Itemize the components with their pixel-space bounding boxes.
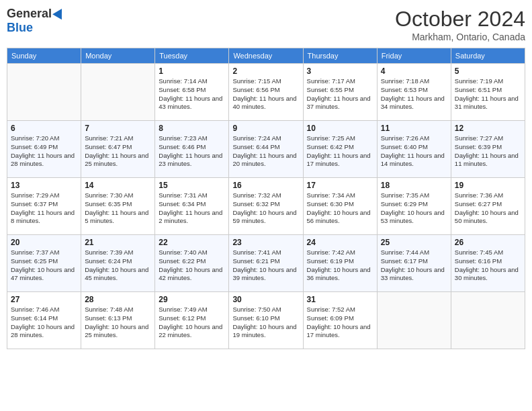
table-row	[377, 292, 451, 349]
day-number: 31	[307, 295, 373, 304]
table-row: 4Sunrise: 7:18 AM Sunset: 6:53 PM Daylig…	[377, 64, 451, 121]
day-number: 21	[85, 238, 151, 247]
table-row: 31Sunrise: 7:52 AM Sunset: 6:09 PM Dayli…	[303, 292, 377, 349]
day-number: 27	[11, 295, 77, 304]
table-row: 29Sunrise: 7:49 AM Sunset: 6:12 PM Dayli…	[155, 292, 229, 349]
col-thursday: Thursday	[303, 48, 377, 64]
calendar-table: Sunday Monday Tuesday Wednesday Thursday…	[7, 48, 525, 349]
table-row: 30Sunrise: 7:50 AM Sunset: 6:10 PM Dayli…	[229, 292, 303, 349]
day-number: 11	[381, 124, 447, 133]
day-number: 8	[159, 124, 225, 133]
table-row: 19Sunrise: 7:36 AM Sunset: 6:27 PM Dayli…	[451, 178, 525, 235]
day-info: Sunrise: 7:48 AM Sunset: 6:13 PM Dayligh…	[85, 306, 151, 340]
col-saturday: Saturday	[451, 48, 525, 64]
day-number: 2	[232, 66, 299, 76]
day-number: 23	[232, 238, 299, 247]
day-info: Sunrise: 7:18 AM Sunset: 6:53 PM Dayligh…	[381, 77, 447, 111]
day-number: 26	[455, 238, 521, 247]
day-info: Sunrise: 7:40 AM Sunset: 6:22 PM Dayligh…	[159, 248, 225, 283]
table-row: 5Sunrise: 7:19 AM Sunset: 6:51 PM Daylig…	[451, 64, 525, 121]
table-row: 10Sunrise: 7:25 AM Sunset: 6:42 PM Dayli…	[303, 121, 377, 178]
day-number: 30	[232, 295, 299, 304]
table-row: 14Sunrise: 7:30 AM Sunset: 6:35 PM Dayli…	[81, 178, 155, 235]
col-tuesday: Tuesday	[155, 48, 229, 64]
day-number: 12	[455, 124, 521, 133]
day-number: 24	[307, 238, 373, 247]
day-info: Sunrise: 7:24 AM Sunset: 6:44 PM Dayligh…	[232, 134, 299, 169]
day-number: 17	[307, 181, 373, 190]
day-info: Sunrise: 7:46 AM Sunset: 6:14 PM Dayligh…	[11, 306, 77, 340]
table-row: 17Sunrise: 7:34 AM Sunset: 6:30 PM Dayli…	[303, 178, 377, 235]
table-row: 11Sunrise: 7:26 AM Sunset: 6:40 PM Dayli…	[377, 121, 451, 178]
day-number: 4	[381, 66, 447, 76]
calendar-week-1: 1Sunrise: 7:14 AM Sunset: 6:58 PM Daylig…	[7, 64, 525, 121]
col-sunday: Sunday	[7, 48, 81, 64]
location: Markham, Ontario, Canada	[395, 32, 525, 42]
day-info: Sunrise: 7:29 AM Sunset: 6:37 PM Dayligh…	[11, 191, 77, 226]
table-row: 9Sunrise: 7:24 AM Sunset: 6:44 PM Daylig…	[229, 121, 303, 178]
day-number: 7	[85, 124, 151, 133]
day-info: Sunrise: 7:25 AM Sunset: 6:42 PM Dayligh…	[307, 134, 373, 169]
day-info: Sunrise: 7:34 AM Sunset: 6:30 PM Dayligh…	[307, 191, 373, 226]
col-friday: Friday	[377, 48, 451, 64]
table-row: 28Sunrise: 7:48 AM Sunset: 6:13 PM Dayli…	[81, 292, 155, 349]
table-row: 23Sunrise: 7:41 AM Sunset: 6:21 PM Dayli…	[229, 235, 303, 292]
day-info: Sunrise: 7:21 AM Sunset: 6:47 PM Dayligh…	[85, 134, 151, 169]
page-header: General Blue October 2024 Markham, Ontar…	[7, 7, 525, 42]
day-info: Sunrise: 7:52 AM Sunset: 6:09 PM Dayligh…	[307, 306, 373, 340]
day-info: Sunrise: 7:31 AM Sunset: 6:34 PM Dayligh…	[159, 191, 225, 226]
table-row	[81, 64, 155, 121]
table-row: 2Sunrise: 7:15 AM Sunset: 6:56 PM Daylig…	[229, 64, 303, 121]
day-number: 29	[159, 295, 225, 304]
logo-blue-text: Blue	[7, 21, 33, 34]
table-row: 8Sunrise: 7:23 AM Sunset: 6:46 PM Daylig…	[155, 121, 229, 178]
day-info: Sunrise: 7:23 AM Sunset: 6:46 PM Dayligh…	[159, 134, 225, 169]
day-number: 16	[232, 181, 299, 190]
day-number: 1	[159, 66, 225, 76]
table-row: 24Sunrise: 7:42 AM Sunset: 6:19 PM Dayli…	[303, 235, 377, 292]
table-row: 26Sunrise: 7:45 AM Sunset: 6:16 PM Dayli…	[451, 235, 525, 292]
table-row: 15Sunrise: 7:31 AM Sunset: 6:34 PM Dayli…	[155, 178, 229, 235]
day-info: Sunrise: 7:26 AM Sunset: 6:40 PM Dayligh…	[381, 134, 447, 169]
col-monday: Monday	[81, 48, 155, 64]
calendar-week-5: 27Sunrise: 7:46 AM Sunset: 6:14 PM Dayli…	[7, 292, 525, 349]
day-info: Sunrise: 7:14 AM Sunset: 6:58 PM Dayligh…	[159, 77, 225, 111]
day-number: 6	[11, 124, 77, 133]
table-row: 13Sunrise: 7:29 AM Sunset: 6:37 PM Dayli…	[7, 178, 81, 235]
day-number: 14	[85, 181, 151, 190]
day-info: Sunrise: 7:49 AM Sunset: 6:12 PM Dayligh…	[159, 306, 225, 340]
day-number: 3	[307, 66, 373, 76]
day-info: Sunrise: 7:42 AM Sunset: 6:19 PM Dayligh…	[307, 248, 373, 283]
logo: General Blue	[7, 7, 66, 35]
title-section: October 2024 Markham, Ontario, Canada	[395, 7, 525, 42]
day-number: 28	[85, 295, 151, 304]
day-number: 13	[11, 181, 77, 190]
day-number: 10	[307, 124, 373, 133]
table-row: 3Sunrise: 7:17 AM Sunset: 6:55 PM Daylig…	[303, 64, 377, 121]
day-number: 25	[381, 238, 447, 247]
day-info: Sunrise: 7:30 AM Sunset: 6:35 PM Dayligh…	[85, 191, 151, 226]
table-row: 22Sunrise: 7:40 AM Sunset: 6:22 PM Dayli…	[155, 235, 229, 292]
day-info: Sunrise: 7:35 AM Sunset: 6:29 PM Dayligh…	[381, 191, 447, 226]
table-row: 18Sunrise: 7:35 AM Sunset: 6:29 PM Dayli…	[377, 178, 451, 235]
calendar-header-row: Sunday Monday Tuesday Wednesday Thursday…	[7, 48, 525, 64]
calendar-week-3: 13Sunrise: 7:29 AM Sunset: 6:37 PM Dayli…	[7, 178, 525, 235]
table-row: 12Sunrise: 7:27 AM Sunset: 6:39 PM Dayli…	[451, 121, 525, 178]
day-number: 18	[381, 181, 447, 190]
table-row: 7Sunrise: 7:21 AM Sunset: 6:47 PM Daylig…	[81, 121, 155, 178]
day-info: Sunrise: 7:44 AM Sunset: 6:17 PM Dayligh…	[381, 248, 447, 283]
month-title: October 2024	[395, 7, 525, 32]
day-number: 15	[159, 181, 225, 190]
day-info: Sunrise: 7:45 AM Sunset: 6:16 PM Dayligh…	[455, 248, 521, 283]
table-row: 6Sunrise: 7:20 AM Sunset: 6:49 PM Daylig…	[7, 121, 81, 178]
day-info: Sunrise: 7:41 AM Sunset: 6:21 PM Dayligh…	[232, 248, 299, 283]
calendar-week-4: 20Sunrise: 7:37 AM Sunset: 6:25 PM Dayli…	[7, 235, 525, 292]
day-info: Sunrise: 7:32 AM Sunset: 6:32 PM Dayligh…	[232, 191, 299, 226]
logo-general-text: General	[7, 7, 52, 21]
day-number: 19	[455, 181, 521, 190]
day-info: Sunrise: 7:27 AM Sunset: 6:39 PM Dayligh…	[455, 134, 521, 169]
day-info: Sunrise: 7:19 AM Sunset: 6:51 PM Dayligh…	[455, 77, 521, 111]
table-row: 21Sunrise: 7:39 AM Sunset: 6:24 PM Dayli…	[81, 235, 155, 292]
day-info: Sunrise: 7:37 AM Sunset: 6:25 PM Dayligh…	[11, 248, 77, 283]
table-row: 27Sunrise: 7:46 AM Sunset: 6:14 PM Dayli…	[7, 292, 81, 349]
